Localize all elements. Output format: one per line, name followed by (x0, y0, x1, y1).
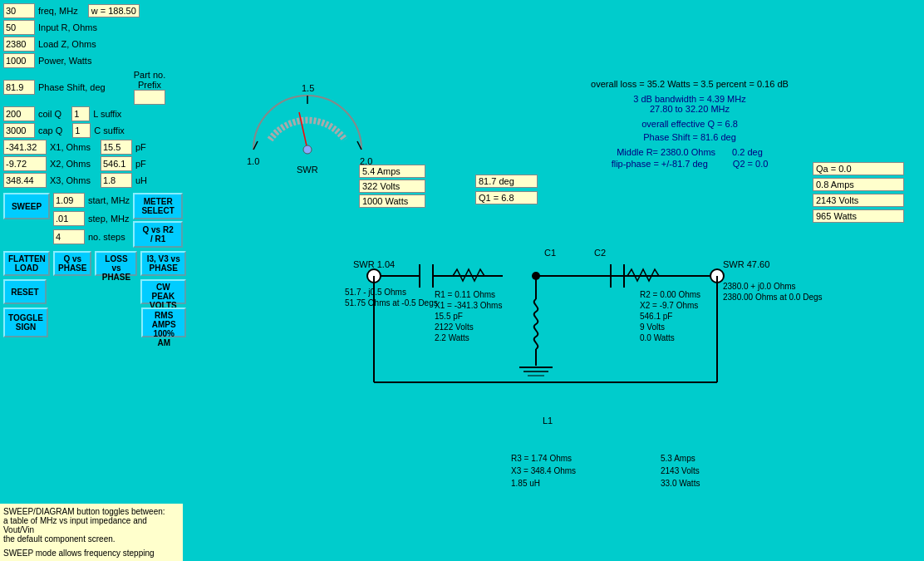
bottom-note: SWEEP/DIAGRAM button toggles between: a … (0, 504, 183, 561)
pf2-input[interactable]: 546.1 (101, 156, 132, 171)
pf2-unit: pF (135, 159, 146, 169)
coil-q-input[interactable]: 200 (3, 106, 35, 121)
deg-02: 0.2 deg (732, 147, 763, 157)
load-z-input[interactable]: 2380 (3, 37, 35, 52)
note-line2: a table of MHz vs input impedance and Vo… (3, 516, 179, 534)
cap-q-input[interactable]: 3000 (3, 123, 35, 138)
power-input[interactable]: 1000 (3, 53, 35, 68)
note-line3: the default component screen. (3, 534, 179, 544)
svg-text:2380.00 Ohms at 0.0 Degs: 2380.00 Ohms at 0.0 Degs (723, 293, 823, 302)
coil-q-label: coil Q (38, 109, 61, 119)
x2-row: -9.72 X2, Ohms 546.1 pF (3, 156, 186, 171)
overall-q: overall effective Q = 6.8 (515, 119, 864, 129)
no-steps-label: no. steps (88, 232, 125, 242)
button-row4: TOGGLESIGN RMS AMPS100% AM (3, 308, 186, 337)
svg-text:2380.0 + j0.0 Ohms: 2380.0 + j0.0 Ohms (723, 282, 796, 291)
cap-q-row: 3000 cap Q 1 C suffix (3, 123, 186, 138)
x2-input[interactable]: -9.72 (3, 156, 47, 171)
c-suffix-input[interactable]: 1 (72, 123, 91, 138)
x1-label: X1, Ohms (50, 142, 91, 152)
overall-loss: overall loss = 35.2 Watts = 3.5 percent … (515, 79, 864, 89)
right-amps-value: 0.8 Amps (813, 178, 904, 191)
q-vs-phase-button[interactable]: Q vsPHASE (53, 251, 91, 276)
freq-row: 30 freq, MHz w = 188.50 (3, 3, 186, 18)
meter-select-button[interactable]: METERSELECT (133, 193, 183, 219)
circuit-diagram: SWR 1.04 51.7 - j0.5 Ohms 51.75 Ohms at … (345, 233, 924, 561)
sweep-button[interactable]: SWEEP (3, 193, 50, 219)
phase-shift-info: Phase Shift = 81.6 deg (515, 132, 864, 142)
loss-vs-phase-button[interactable]: LOSS vsPHASE (95, 251, 137, 276)
c-suffix-label: C suffix (94, 125, 124, 135)
no-steps-input[interactable]: 4 (53, 229, 85, 244)
phase-shift-label: Phase Shift, deg (38, 82, 106, 92)
freq-input[interactable]: 30 (3, 3, 35, 18)
start-mhz-input[interactable]: 1.09 (53, 193, 85, 208)
button-row2: FLATTENLOAD Q vsPHASE LOSS vsPHASE I3, V… (3, 251, 186, 276)
i3-v3-phase-button[interactable]: I3, V3 vsPHASE (140, 251, 186, 276)
w-value: w = 188.50 (88, 4, 140, 17)
middle-r: Middle R= 2380.0 Ohms (617, 147, 715, 157)
svg-text:R1 = 0.11 Ohms: R1 = 0.11 Ohms (435, 290, 495, 299)
flatten-load-button[interactable]: FLATTENLOAD (3, 251, 50, 276)
flip-phase: flip-phase = +/-81.7 deg (612, 159, 708, 169)
qa-value: Qa = 0.0 (813, 162, 904, 175)
note-line1: SWEEP/DIAGRAM button toggles between: (3, 507, 179, 516)
svg-text:R2 = 0.00 Ohms: R2 = 0.00 Ohms (640, 290, 700, 299)
coil-q-row: 200 coil Q 1 L suffix (3, 106, 186, 121)
part-prefix-label: Part no. (134, 70, 166, 80)
input-r-input[interactable]: 50 (3, 20, 35, 35)
x1-input[interactable]: -341.32 (3, 140, 47, 155)
right-panel: Qa = 0.0 0.8 Amps 2143 Volts 965 Watts (813, 162, 921, 223)
svg-text:5.3 Amps: 5.3 Amps (661, 454, 695, 463)
top-info-panel: overall loss = 35.2 Watts = 3.5 percent … (515, 79, 864, 169)
q1-value: Q1 = 6.8 (475, 191, 538, 204)
svg-text:1.0: 1.0 (247, 156, 259, 166)
reset-button[interactable]: RESET (3, 279, 47, 304)
button-row3: RESET CW PEAKVOLTS (3, 279, 186, 304)
l-suffix-label: L suffix (93, 109, 121, 119)
x2-label: X2, Ohms (50, 159, 91, 169)
svg-text:1.85 uH: 1.85 uH (511, 479, 540, 488)
load-z-label: Load Z, Ohms (38, 39, 96, 49)
prefix-label2: Prefix (138, 80, 161, 90)
svg-text:0.0 Watts: 0.0 Watts (640, 333, 675, 342)
x3-input[interactable]: 348.44 (3, 173, 47, 188)
svg-text:1.5: 1.5 (302, 83, 314, 93)
svg-text:SWR 1.04: SWR 1.04 (353, 259, 395, 269)
freq-label: freq, MHz (38, 6, 78, 16)
volts-value: 322 Volts (359, 180, 425, 193)
cw-peak-button[interactable]: CW PEAKVOLTS (140, 279, 186, 304)
note-line5: SWEEP mode allows frequency stepping (3, 549, 179, 558)
q-vs-r2r1-button[interactable]: Q vs R2/ R1 (133, 221, 183, 248)
svg-text:C2: C2 (594, 248, 606, 258)
svg-text:L1: L1 (543, 416, 553, 426)
rms-amps-button[interactable]: RMS AMPS100% AM (141, 308, 186, 337)
uh-input[interactable]: 1.8 (101, 173, 132, 188)
prefix-input[interactable] (134, 90, 165, 105)
step-mhz-input[interactable]: .01 (53, 211, 85, 226)
q2-info: Q2 = 0.0 (733, 159, 769, 169)
uh-unit: uH (135, 175, 147, 185)
pf1-input[interactable]: 15.5 (101, 140, 132, 155)
svg-text:51.75 Ohms at -0.5 Degs: 51.75 Ohms at -0.5 Degs (345, 298, 438, 308)
svg-text:546.1 pF: 546.1 pF (640, 312, 672, 321)
sweep-controls: SWEEP 1.09 start, MHz .01 step, MHz 4 no… (3, 193, 186, 248)
phase-shift-input[interactable]: 81.9 (3, 80, 35, 95)
phase-shift-row: 81.9 Phase Shift, deg Part no. Prefix (3, 70, 186, 105)
start-mhz-label: start, MHz (88, 195, 130, 205)
svg-text:51.7 - j0.5 Ohms: 51.7 - j0.5 Ohms (345, 288, 406, 297)
svg-text:9 Volts: 9 Volts (640, 322, 665, 332)
input-r-label: Input R, Ohms (38, 22, 97, 32)
deg-value: 81.7 deg (475, 175, 538, 188)
input-r-row: 50 Input R, Ohms (3, 20, 186, 35)
step-mhz-label: step, MHz (88, 214, 130, 224)
svg-text:SWR 47.60: SWR 47.60 (723, 259, 769, 269)
x1-row: -341.32 X1, Ohms 15.5 pF (3, 140, 186, 155)
l-suffix-input[interactable]: 1 (71, 106, 90, 121)
toggle-sign-button[interactable]: TOGGLESIGN (3, 308, 48, 337)
svg-text:SWR: SWR (297, 165, 318, 175)
svg-point-4 (303, 145, 312, 154)
svg-text:15.5 pF: 15.5 pF (435, 312, 463, 321)
watts-value: 1000 Watts (359, 194, 425, 208)
bandwidth: 3 dB bandwidth = 4.39 MHz (515, 94, 864, 104)
